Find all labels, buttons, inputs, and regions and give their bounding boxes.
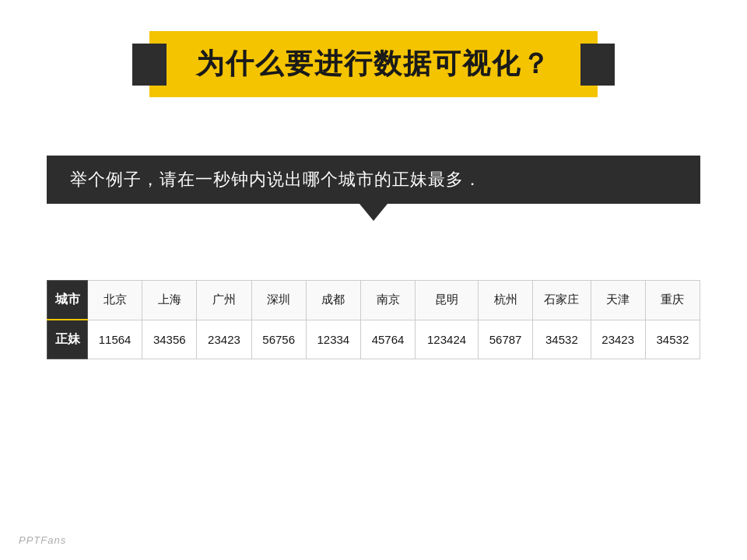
subtitle-section: 举个例子，请在一秒钟内说出哪个城市的正妹最多． — [47, 156, 700, 204]
subtitle-arrow-icon — [359, 204, 388, 221]
value-beijing: 11564 — [88, 320, 142, 359]
slide: 为什么要进行数据可视化？ 举个例子，请在一秒钟内说出哪个城市的正妹最多． 城市 … — [0, 0, 747, 560]
value-hangzhou: 56787 — [479, 320, 533, 359]
city-chengdu: 成都 — [306, 281, 360, 320]
city-shenzhen: 深圳 — [251, 281, 306, 320]
city-kunming: 昆明 — [416, 281, 479, 320]
city-beijing: 北京 — [88, 281, 142, 320]
watermark: PPTFans — [19, 534, 66, 546]
value-tianjin: 23423 — [591, 320, 645, 359]
table-section: 城市 北京 上海 广州 深圳 成都 南京 昆明 杭州 石家庄 天津 重庆 正妹 … — [47, 280, 700, 359]
value-shenzhen: 56756 — [251, 320, 306, 359]
subtitle-text: 举个例子，请在一秒钟内说出哪个城市的正妹最多． — [70, 170, 482, 189]
value-shanghai: 34356 — [142, 320, 197, 359]
slide-title: 为什么要进行数据可视化？ — [196, 45, 551, 83]
value-chengdu: 12334 — [306, 320, 360, 359]
value-chongqing: 34532 — [645, 320, 700, 359]
city-tianjin: 天津 — [591, 281, 645, 320]
city-shanghai: 上海 — [142, 281, 197, 320]
value-nanjing: 45764 — [360, 320, 415, 359]
table-row-cities: 城市 北京 上海 广州 深圳 成都 南京 昆明 杭州 石家庄 天津 重庆 — [47, 281, 700, 320]
subtitle-box: 举个例子，请在一秒钟内说出哪个城市的正妹最多． — [47, 156, 700, 204]
value-kunming: 123424 — [416, 320, 479, 359]
value-guangzhou: 23423 — [197, 320, 251, 359]
title-corner-right — [580, 44, 615, 86]
city-nanjing: 南京 — [360, 281, 415, 320]
city-chongqing: 重庆 — [645, 281, 700, 320]
title-banner: 为什么要进行数据可视化？ — [149, 31, 598, 97]
city-guangzhou: 广州 — [197, 281, 251, 320]
values-header-cell: 正妹 — [47, 320, 88, 359]
data-table: 城市 北京 上海 广州 深圳 成都 南京 昆明 杭州 石家庄 天津 重庆 正妹 … — [47, 280, 700, 359]
value-shijiazhuang: 34532 — [533, 320, 591, 359]
table-row-values: 正妹 11564 34356 23423 56756 12334 45764 1… — [47, 320, 700, 359]
city-shijiazhuang: 石家庄 — [533, 281, 591, 320]
title-section: 为什么要进行数据可视化？ — [0, 31, 747, 97]
title-corner-left — [132, 44, 167, 86]
cities-header-cell: 城市 — [47, 281, 88, 320]
city-hangzhou: 杭州 — [479, 281, 533, 320]
